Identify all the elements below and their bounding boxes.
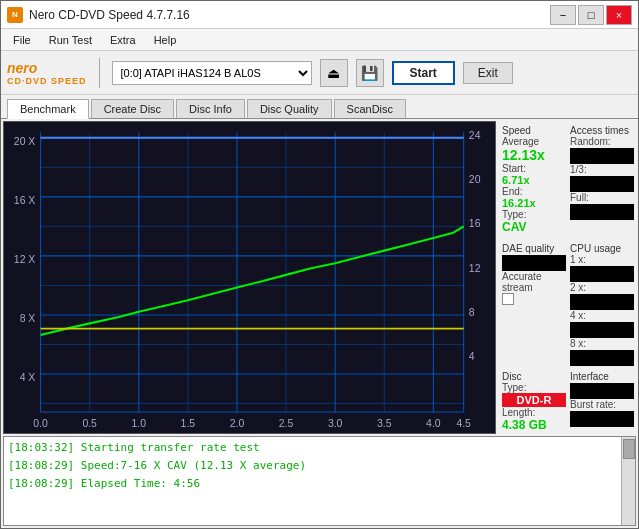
svg-text:4.5: 4.5 bbox=[456, 418, 471, 429]
maximize-button[interactable]: □ bbox=[578, 5, 604, 25]
start-label: Start: bbox=[502, 163, 566, 174]
accurate-checkbox[interactable] bbox=[502, 293, 514, 305]
disc-length-value: 4.38 GB bbox=[502, 418, 566, 432]
disc-type-label: Type: bbox=[502, 382, 566, 393]
dae-bar bbox=[502, 255, 566, 271]
exit-button[interactable]: Exit bbox=[463, 62, 513, 84]
tab-disc-quality[interactable]: Disc Quality bbox=[247, 99, 332, 118]
cpu-2x-label: 2 x: bbox=[570, 282, 634, 293]
cpu-4x-label: 4 x: bbox=[570, 310, 634, 321]
svg-text:12: 12 bbox=[469, 263, 481, 274]
menu-extra[interactable]: Extra bbox=[102, 32, 144, 48]
cpu-8x-bar bbox=[570, 350, 634, 366]
log-line-2: [18:08:29] Speed:7-16 X CAV (12.13 X ave… bbox=[8, 457, 617, 475]
scrollbar[interactable] bbox=[621, 437, 635, 525]
drive-select[interactable]: [0:0] ATAPI iHAS124 B AL0S bbox=[112, 61, 312, 85]
speed-column: Speed Average 12.13x Start: 6.71x End: 1… bbox=[502, 123, 566, 234]
svg-text:1.0: 1.0 bbox=[132, 418, 147, 429]
dae-column: DAE quality Accurate stream bbox=[502, 241, 566, 366]
content-area: 20 X 16 X 12 X 8 X 4 X 24 20 16 12 8 4 bbox=[1, 119, 638, 528]
one-third-label: 1/3: bbox=[570, 164, 634, 175]
svg-text:4: 4 bbox=[469, 351, 475, 362]
burst-bar bbox=[570, 411, 634, 427]
tabs-bar: Benchmark Create Disc Disc Info Disc Qua… bbox=[1, 95, 638, 119]
app-icon: N bbox=[7, 7, 23, 23]
disc-interface-row: Disc Type: DVD-R Length: 4.38 GB Interfa… bbox=[502, 369, 634, 432]
log-line-3: [18:08:29] Elapsed Time: 4:56 bbox=[8, 475, 617, 493]
full-bar bbox=[570, 204, 634, 220]
interface-header: Interface bbox=[570, 371, 634, 382]
minimize-button[interactable]: − bbox=[550, 5, 576, 25]
tab-create-disc[interactable]: Create Disc bbox=[91, 99, 174, 118]
svg-text:4 X: 4 X bbox=[20, 372, 36, 383]
menu-help[interactable]: Help bbox=[146, 32, 185, 48]
average-label: Average bbox=[502, 136, 566, 147]
speed-access-columns: Speed Average 12.13x Start: 6.71x End: 1… bbox=[502, 123, 634, 234]
svg-text:0.5: 0.5 bbox=[82, 418, 97, 429]
access-column: Access times Random: 1/3: Full: bbox=[570, 123, 634, 234]
svg-text:0.0: 0.0 bbox=[33, 418, 48, 429]
cpu-header: CPU usage bbox=[570, 243, 634, 254]
title-bar: N Nero CD-DVD Speed 4.7.7.16 − □ × bbox=[1, 1, 638, 29]
save-icon[interactable]: 💾 bbox=[356, 59, 384, 87]
accurate-label: Accurate bbox=[502, 271, 566, 282]
menu-bar: File Run Test Extra Help bbox=[1, 29, 638, 51]
nero-logo-top: nero bbox=[7, 60, 37, 76]
cpu-1x-label: 1 x: bbox=[570, 254, 634, 265]
svg-text:8: 8 bbox=[469, 307, 475, 318]
svg-text:24: 24 bbox=[469, 130, 481, 141]
start-value: 6.71x bbox=[502, 174, 566, 186]
right-panel: Speed Average 12.13x Start: 6.71x End: 1… bbox=[498, 119, 638, 436]
end-label: End: bbox=[502, 186, 566, 197]
chart-container: 20 X 16 X 12 X 8 X 4 X 24 20 16 12 8 4 bbox=[3, 121, 496, 434]
cpu-8x-label: 8 x: bbox=[570, 338, 634, 349]
random-bar bbox=[570, 148, 634, 164]
close-button[interactable]: × bbox=[606, 5, 632, 25]
disc-type-badge: DVD-R bbox=[502, 393, 566, 407]
tab-benchmark[interactable]: Benchmark bbox=[7, 99, 89, 119]
svg-text:16 X: 16 X bbox=[14, 195, 35, 206]
speed-header: Speed bbox=[502, 125, 566, 136]
cpu-4x-bar bbox=[570, 322, 634, 338]
dae-header: DAE quality bbox=[502, 243, 566, 254]
svg-text:20: 20 bbox=[469, 174, 481, 185]
nero-logo-bottom: CD·DVD SPEED bbox=[7, 76, 87, 86]
eject-icon[interactable]: ⏏ bbox=[320, 59, 348, 87]
svg-text:3.0: 3.0 bbox=[328, 418, 343, 429]
title-bar-left: N Nero CD-DVD Speed 4.7.7.16 bbox=[7, 7, 190, 23]
app-window: N Nero CD-DVD Speed 4.7.7.16 − □ × File … bbox=[0, 0, 639, 529]
chart-svg: 20 X 16 X 12 X 8 X 4 X 24 20 16 12 8 4 bbox=[4, 122, 495, 433]
chart-and-panel: 20 X 16 X 12 X 8 X 4 X 24 20 16 12 8 4 bbox=[1, 119, 638, 436]
window-controls: − □ × bbox=[550, 5, 632, 25]
nero-logo: nero CD·DVD SPEED bbox=[7, 60, 87, 86]
svg-text:16: 16 bbox=[469, 218, 481, 229]
accurate-label2: stream bbox=[502, 282, 566, 293]
svg-text:1.5: 1.5 bbox=[181, 418, 196, 429]
menu-run-test[interactable]: Run Test bbox=[41, 32, 100, 48]
svg-text:2.0: 2.0 bbox=[230, 418, 245, 429]
interface-bar bbox=[570, 383, 634, 399]
access-header: Access times bbox=[570, 125, 634, 136]
accurate-checkbox-row bbox=[502, 293, 566, 305]
svg-text:12 X: 12 X bbox=[14, 254, 35, 265]
type-value: CAV bbox=[502, 220, 566, 234]
status-log: [18:03:32] Starting transfer rate test [… bbox=[4, 437, 621, 525]
cpu-1x-bar bbox=[570, 266, 634, 282]
menu-file[interactable]: File bbox=[5, 32, 39, 48]
tab-scan-disc[interactable]: ScanDisc bbox=[334, 99, 406, 118]
svg-text:8 X: 8 X bbox=[20, 313, 36, 324]
cpu-column: CPU usage 1 x: 2 x: 4 x: 8 x: bbox=[570, 241, 634, 366]
speed-section: Speed Average 12.13x Start: 6.71x End: 1… bbox=[502, 123, 634, 234]
log-line-1: [18:03:32] Starting transfer rate test bbox=[8, 439, 617, 457]
scrollbar-thumb[interactable] bbox=[623, 439, 635, 459]
tab-disc-info[interactable]: Disc Info bbox=[176, 99, 245, 118]
toolbar-divider bbox=[99, 58, 100, 88]
one-third-bar bbox=[570, 176, 634, 192]
disc-length-label: Length: bbox=[502, 407, 566, 418]
toolbar: nero CD·DVD SPEED [0:0] ATAPI iHAS124 B … bbox=[1, 51, 638, 95]
start-button[interactable]: Start bbox=[392, 61, 455, 85]
full-label: Full: bbox=[570, 192, 634, 203]
random-label: Random: bbox=[570, 136, 634, 147]
svg-text:20 X: 20 X bbox=[14, 136, 35, 147]
svg-text:4.0: 4.0 bbox=[426, 418, 441, 429]
